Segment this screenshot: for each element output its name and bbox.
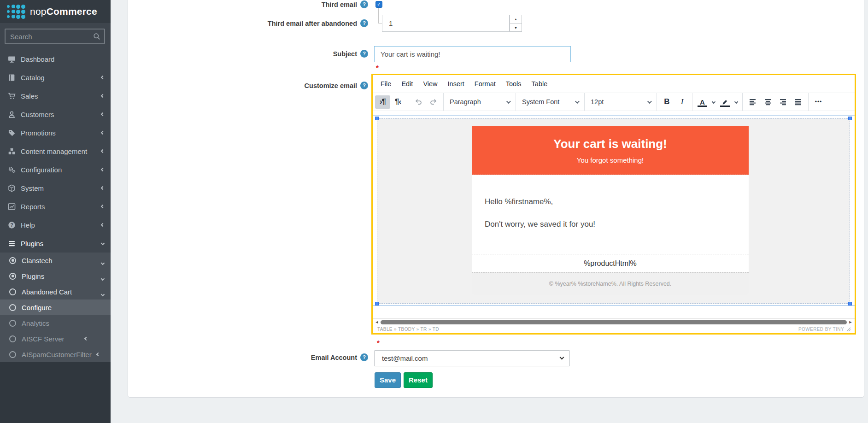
table-selection-bottom-line <box>373 305 855 306</box>
sidebar-item-sales[interactable]: Sales <box>0 87 111 105</box>
sidebar-item-catalog[interactable]: Catalog <box>0 68 111 87</box>
sidebar-item-customers[interactable]: Customers <box>0 105 111 123</box>
align-left-button[interactable] <box>745 95 760 109</box>
sidebar-item-dashboard[interactable]: Dashboard <box>0 50 111 68</box>
scroll-right-arrow[interactable]: ► <box>848 319 853 325</box>
resize-handle-bottom-left[interactable] <box>375 302 379 306</box>
search-icon[interactable] <box>93 33 100 40</box>
question-circle-icon: ? <box>8 221 16 229</box>
resize-handle-bottom-right[interactable] <box>848 302 852 306</box>
text-color-button[interactable]: A <box>695 95 710 109</box>
table-selection-top-line <box>373 115 855 116</box>
sidebar-item-help[interactable]: ? Help <box>0 216 111 234</box>
powered-by-tiny: POWERED BY TINY <box>798 327 851 332</box>
email-preview[interactable]: Your cart is waiting! You forgot somethi… <box>472 126 749 295</box>
search-input[interactable] <box>6 29 104 43</box>
help-icon[interactable]: ? <box>360 0 368 8</box>
help-icon[interactable]: ? <box>360 82 368 89</box>
sidebar-item-promotions[interactable]: Promotions <box>0 123 111 142</box>
highlight-color-menu-button[interactable] <box>733 95 740 109</box>
sidebar-search <box>5 29 105 44</box>
check-icon: ✓ <box>377 1 381 7</box>
subject-input[interactable] <box>374 46 571 62</box>
bars-icon <box>8 240 16 247</box>
menu-table[interactable]: Table <box>527 78 553 90</box>
menu-edit[interactable]: Edit <box>396 78 418 90</box>
sidebar-item-abandoned-cart[interactable]: Abandoned Cart <box>0 284 111 300</box>
scroll-left-arrow[interactable]: ◄ <box>374 319 380 325</box>
sidebar-footer-area <box>0 362 111 423</box>
number-spinner: ▲ ▼ <box>510 15 522 32</box>
third-email-checkbox[interactable]: ✓ <box>375 1 382 8</box>
sidebar-item-configuration[interactable]: Configuration <box>0 160 111 179</box>
help-icon[interactable]: ? <box>360 353 368 361</box>
sidebar-item-plugins-sub[interactable]: Plugins <box>0 268 111 284</box>
sidebar-item-content-management[interactable]: Content management <box>0 142 111 160</box>
email-message: Don't worry, we saved it for you! <box>472 206 749 229</box>
ltr-button[interactable]: ›¶ <box>375 95 390 109</box>
undo-button[interactable] <box>411 95 426 109</box>
menu-insert[interactable]: Insert <box>443 78 469 90</box>
spinner-up-button[interactable]: ▲ <box>510 15 522 24</box>
circle-icon <box>9 351 16 358</box>
customize-email-label: Customize email <box>138 82 357 89</box>
monitor-icon <box>8 55 16 63</box>
tag-icon <box>8 129 16 137</box>
subject-label: Subject <box>138 50 357 58</box>
element-path[interactable]: TABLE » TBODY » TR » TD <box>377 327 439 332</box>
sidebar-item-analytics[interactable]: Analytics <box>0 315 111 331</box>
cubes-icon <box>8 147 16 155</box>
align-justify-button[interactable] <box>791 95 806 109</box>
chevron-left-icon <box>101 149 105 153</box>
menu-tools[interactable]: Tools <box>501 78 527 90</box>
resize-handle-top-right[interactable] <box>848 117 852 120</box>
italic-button[interactable]: I <box>674 95 690 109</box>
sidebar-item-aiscf-server[interactable]: AISCF Server <box>0 331 111 347</box>
help-icon[interactable]: ? <box>360 50 368 58</box>
highlight-color-button[interactable] <box>717 95 733 109</box>
sidebar-item-plugins[interactable]: Plugins <box>0 234 111 253</box>
sidebar-item-clanstech[interactable]: Clanstech <box>0 253 111 268</box>
sidebar-item-system[interactable]: System <box>0 179 111 197</box>
third-email-label: Third email <box>138 1 357 8</box>
scrollbar-thumb[interactable] <box>381 320 847 324</box>
chevron-left-icon <box>101 186 105 190</box>
reset-button[interactable]: Reset <box>404 372 433 388</box>
editor-statusbar: TABLE » TBODY » TR » TD POWERED BY TINY <box>373 325 855 333</box>
align-center-button[interactable] <box>760 95 775 109</box>
book-icon <box>8 74 16 82</box>
font-size-select[interactable]: 12pt <box>587 95 654 109</box>
admin-page: nopCommerce Dashboard Catalog Sales Cust… <box>0 0 868 423</box>
menu-format[interactable]: Format <box>469 78 501 90</box>
more-toolbar-button[interactable]: ••• <box>811 95 826 109</box>
email-account-select[interactable]: test@mail.com <box>374 350 570 366</box>
chevron-down-icon <box>101 277 105 281</box>
resize-handle-top-left[interactable] <box>375 117 379 120</box>
email-header: Your cart is waiting! You forgot somethi… <box>472 126 749 175</box>
bold-button[interactable]: B <box>659 95 674 109</box>
nopcommerce-logo[interactable]: nopCommerce <box>0 0 111 23</box>
font-family-select[interactable]: System Font <box>518 95 582 109</box>
menu-file[interactable]: File <box>375 78 396 90</box>
chevron-down-icon <box>647 99 652 104</box>
sidebar-item-configure[interactable]: Configure <box>0 300 111 315</box>
sidebar-item-reports[interactable]: Reports <box>0 197 111 216</box>
chevron-left-icon <box>101 131 105 135</box>
spinner-down-button[interactable]: ▼ <box>510 24 522 32</box>
resize-grip-icon[interactable] <box>846 327 851 332</box>
rtl-button[interactable]: ¶‹ <box>390 95 405 109</box>
text-color-menu-button[interactable] <box>710 95 717 109</box>
third-email-after-input[interactable] <box>382 15 510 32</box>
save-button[interactable]: Save <box>375 372 401 388</box>
redo-button[interactable] <box>426 95 441 109</box>
chevron-down-icon <box>506 99 511 104</box>
third-email-after-label: Third email after abandoned <box>138 20 357 27</box>
connector-line <box>378 8 379 24</box>
block-format-select[interactable]: Paragraph <box>446 95 513 109</box>
scrollbar-track[interactable] <box>380 320 848 324</box>
sidebar-item-aispamcustomerfilter[interactable]: AISpamCustomerFilter <box>0 347 111 362</box>
help-icon[interactable]: ? <box>360 19 368 27</box>
menu-view[interactable]: View <box>418 78 442 90</box>
align-right-button[interactable] <box>775 95 791 109</box>
editor-toolbar: ›¶ ¶‹ Paragraph System Font 12pt <box>373 93 855 111</box>
